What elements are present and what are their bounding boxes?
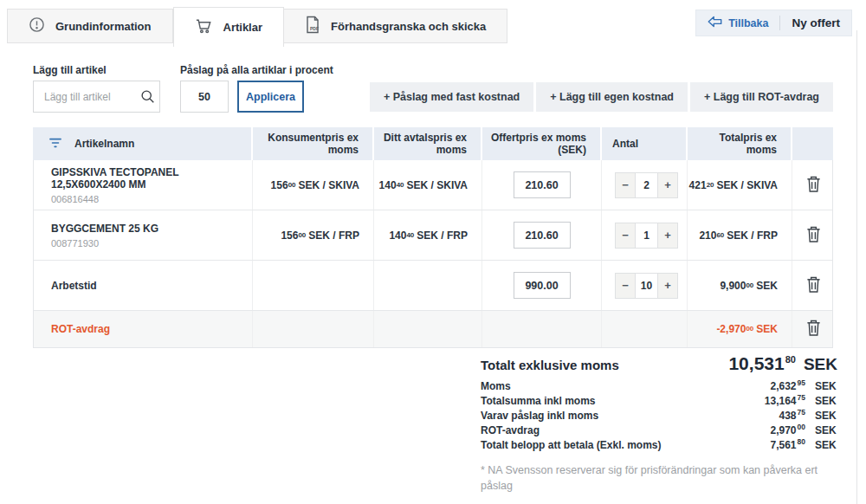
row-actions-cell (792, 160, 834, 210)
summary-row: Totalt belopp att betala (Exkl. moms) 7,… (481, 439, 837, 454)
add-fixed-surcharge-button[interactable]: + Påslag med fast kostnad (370, 82, 533, 112)
quantity-cell: − 2 + (601, 160, 687, 210)
table-row: ROT-avdrag -2,97000SEK (34, 311, 832, 347)
delete-row-button[interactable] (792, 275, 834, 296)
article-number: 006816448 (51, 194, 99, 204)
column-totalpris: Totalpris ex moms (686, 127, 791, 160)
summary-value: 43875 (779, 410, 806, 422)
tab-grundinformation[interactable]: Grundinformation (7, 9, 173, 43)
summary-row: Moms 2,63295 SEK (481, 380, 837, 395)
trash-icon (805, 175, 822, 196)
contract-price-cell: 14040SEK / FRP (373, 210, 481, 260)
add-rot-deduction-button[interactable]: + Lägg till ROT-avdrag (690, 82, 833, 112)
decrease-quantity-button[interactable]: − (616, 274, 635, 298)
decrease-quantity-button[interactable]: − (616, 173, 635, 197)
summary-value: 2,97000 (771, 424, 806, 436)
article-name: ROT-avdrag (51, 323, 110, 335)
cart-icon (195, 17, 213, 37)
total-excl-vat-value: 10,53180 (728, 353, 795, 374)
footnote-price-changes: * NA Svensson reserverar sig för prisför… (470, 462, 837, 494)
article-name-cell: ROT-avdrag (34, 311, 252, 347)
delete-row-button[interactable] (792, 319, 834, 339)
column-antal: Antal (600, 127, 686, 160)
search-icon[interactable] (135, 89, 159, 104)
quantity-cell: − 1 + (601, 210, 687, 260)
add-article-search (33, 81, 160, 113)
new-offer-button[interactable]: Ny offert (780, 10, 851, 36)
table-body: GIPSSKIVA TECTOPANEL 12,5X600X2400 MM 00… (33, 160, 833, 348)
offer-price-cell (481, 160, 601, 210)
tab-forhandsgranska[interactable]: PDF Förhandsgranska och skicka (284, 9, 507, 43)
consumer-price-cell (252, 311, 373, 347)
column-avtalspris: Ditt avtalspris ex moms (372, 127, 481, 160)
article-name: BYGGCEMENT 25 KG (51, 223, 158, 235)
trash-icon (805, 319, 822, 339)
back-button[interactable]: Tillbaka (696, 10, 779, 36)
column-artikelnamn: Artikelnamn (33, 127, 251, 160)
surcharge-percent-input[interactable] (180, 81, 229, 113)
offer-price-input[interactable] (514, 171, 571, 198)
total-price-cell: 9,90000SEK (687, 261, 792, 310)
add-article-input[interactable] (34, 91, 135, 103)
tab-label: Grundinformation (55, 20, 152, 33)
article-name-cell: Arbetstid (34, 261, 252, 310)
summary-row: Totalsumma inkl moms 13,16475 SEK (481, 395, 837, 410)
filter-icon[interactable] (48, 137, 62, 152)
increase-quantity-button[interactable]: + (658, 173, 677, 197)
total-excl-vat-label: Totalt exklusive moms (481, 358, 728, 372)
new-offer-label: Ny offert (792, 16, 840, 29)
add-article-label: Lägg till artikel (33, 64, 107, 76)
quantity-stepper: − 10 + (615, 273, 678, 299)
content-right-border (856, 30, 857, 504)
total-excl-vat-row: Totalt exklusive moms 10,53180 SEK (470, 353, 837, 374)
increase-quantity-button[interactable]: + (658, 274, 677, 298)
arrow-left-icon (708, 16, 722, 30)
summary-value: 7,56180 (771, 439, 806, 451)
quantity-value: 2 (635, 173, 658, 197)
apply-button[interactable]: Applicera (237, 81, 304, 113)
tab-label: Artiklar (223, 21, 263, 34)
offer-price-input[interactable] (514, 272, 571, 299)
offer-price-cell (481, 210, 601, 260)
row-actions-cell (792, 261, 834, 310)
table-row: BYGGCEMENT 25 KG 008771930 15600SEK / FR… (34, 210, 832, 261)
total-price-cell: -2,97000SEK (687, 311, 792, 347)
svg-text:PDF: PDF (310, 26, 319, 31)
tab-bar: Grundinformation Artiklar PDF Förhandsgr… (7, 9, 507, 47)
decrease-quantity-button[interactable]: − (616, 223, 635, 248)
offer-price-input[interactable] (514, 222, 571, 249)
summary-row: Varav påslag inkl moms 43875 SEK (481, 410, 837, 424)
quantity-cell (601, 311, 687, 347)
summary-value: 13,16475 (765, 395, 805, 407)
article-number: 008771930 (51, 238, 99, 249)
delete-row-button[interactable] (792, 175, 834, 196)
increase-quantity-button[interactable]: + (658, 223, 677, 248)
summary-label: ROT-avdrag (481, 424, 771, 436)
column-offertpris: Offertpris ex moms (SEK) (481, 127, 600, 160)
quantity-value: 1 (635, 223, 658, 248)
currency-label: SEK (815, 439, 837, 451)
summary-label: Totalsumma inkl moms (481, 395, 765, 407)
column-actions (791, 127, 833, 160)
consumer-price-cell: 15600SEK / FRP (252, 210, 373, 260)
offer-price-cell (481, 311, 601, 347)
article-name: Arbetstid (51, 280, 97, 292)
summary-label: Varav påslag inkl moms (481, 410, 779, 422)
summary-value: 2,63295 (771, 380, 806, 392)
add-own-cost-button[interactable]: + Lägg till egen kostnad (536, 82, 688, 112)
info-icon (29, 16, 45, 36)
quantity-cell: − 10 + (601, 261, 687, 310)
total-price-cell: 42120SEK / SKIVA (687, 160, 792, 210)
tab-artiklar[interactable]: Artiklar (173, 7, 285, 47)
article-name-cell: BYGGCEMENT 25 KG 008771930 (34, 210, 252, 260)
summary-rows: Moms 2,63295 SEK Totalsumma inkl moms 13… (470, 380, 837, 454)
article-name: GIPSSKIVA TECTOPANEL 12,5X600X2400 MM (51, 166, 252, 191)
surcharge-label: Påslag på alla artiklar i procent (180, 64, 333, 76)
table-header: Artikelnamn Konsumentpris ex moms Ditt a… (33, 127, 833, 160)
trash-icon (805, 225, 822, 246)
delete-row-button[interactable] (792, 225, 834, 246)
quantity-value: 10 (635, 274, 658, 298)
currency-label: SEK (815, 395, 837, 407)
currency-label: SEK (815, 410, 837, 422)
offer-builder-page: Grundinformation Artiklar PDF Förhandsgr… (0, 0, 866, 504)
